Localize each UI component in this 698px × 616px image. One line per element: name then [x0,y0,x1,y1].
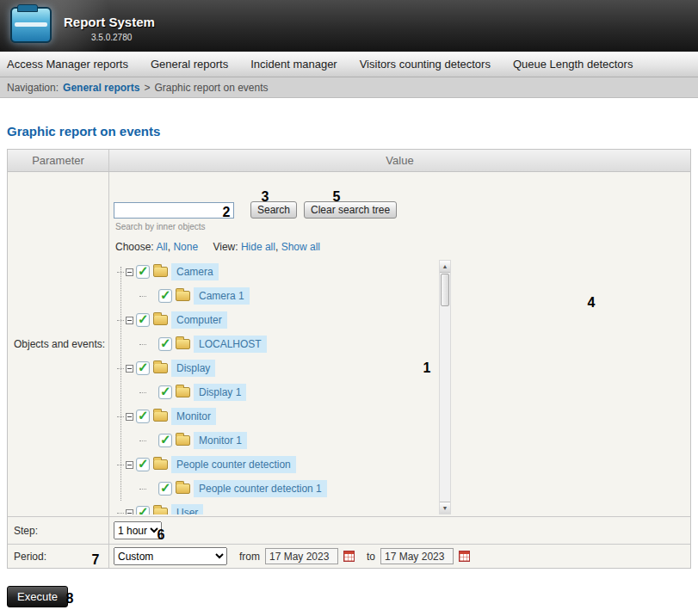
folder-icon [153,363,168,373]
step-value-cell: 1 hour [109,517,690,544]
checkbox-checked-icon[interactable] [158,434,172,447]
calendar-icon[interactable] [459,551,470,562]
app-title: Report System [64,15,155,29]
menu-item-queue-length-detectors[interactable]: Queue Length detectors [502,52,645,77]
parameter-column-header: Parameter [8,150,109,171]
tree-connector [117,368,124,369]
tree-node-label[interactable]: LOCALHOST [194,336,267,353]
tree-node-label[interactable]: Display [171,360,215,377]
to-date-input[interactable] [380,548,454,564]
step-select[interactable]: 1 hour [114,521,162,539]
tree-connector [139,489,146,490]
tree-connector [117,320,124,321]
breadcrumb: Navigation: General reports > Graphic re… [0,77,698,98]
checkbox-checked-icon[interactable] [136,313,150,327]
checkbox-checked-icon[interactable] [158,482,172,496]
choose-label: Choose: [115,241,154,253]
view-hide-all-link[interactable]: Hide all [241,241,275,253]
menu-item-access-manager-reports[interactable]: Access Manager reports [7,52,139,77]
tree-node-camera-1[interactable]: Camera 1 [114,284,451,308]
table-header-row: Parameter Value [8,150,690,172]
tree-node-label[interactable]: Monitor 1 [194,432,247,449]
tree-node-label[interactable]: Monitor [171,408,216,425]
expander-icon[interactable] [126,268,133,276]
checkbox-checked-icon[interactable] [136,458,150,471]
checkbox-checked-icon[interactable] [158,337,172,351]
search-input[interactable] [114,202,234,219]
objects-and-events-row: Objects and events: Search Clear search … [8,172,690,516]
breadcrumb-current: Graphic report on events [154,82,268,94]
tree-node-label[interactable]: Computer [171,311,227,329]
folder-icon [153,267,168,277]
checkbox-checked-icon[interactable] [136,265,150,279]
checkbox-checked-icon[interactable] [158,385,172,399]
menu-item-visitors-counting-detectors[interactable]: Visitors counting detectors [349,52,502,77]
choose-all-link[interactable]: All [156,241,167,253]
tree-connector [117,465,124,465]
view-label: View: [213,241,238,253]
tree-node-people-counter-detection[interactable]: People counter detection [114,453,451,477]
tree-node-label[interactable]: Display 1 [194,384,246,401]
folder-icon [153,459,168,470]
expander-icon[interactable] [126,413,133,421]
choose-none-link[interactable]: None [173,241,198,253]
checkbox-checked-icon[interactable] [136,361,150,375]
checkbox-checked-icon[interactable] [136,410,150,423]
period-value-cell: Custom from to [109,545,690,568]
folder-icon [176,387,190,397]
from-date-input[interactable] [265,548,338,564]
scroll-down-icon[interactable]: ▼ [440,502,450,514]
menu-item-incident-manager[interactable]: Incident manager [239,52,348,77]
top-menu-bar: Access Manager reports General reports I… [0,52,698,77]
objects-and-events-label: Objects and events: [8,172,109,516]
folder-icon [176,339,190,349]
tree-node-camera[interactable]: Camera [114,260,451,284]
tree-node-display[interactable]: Display [114,356,451,380]
clear-search-tree-button[interactable]: Clear search tree [304,201,397,219]
tree-scrollbar[interactable]: ▲ ▼ [439,260,451,514]
scrollbar-thumb[interactable] [441,274,449,306]
tree-connector [139,440,146,441]
calendar-icon[interactable] [343,551,355,562]
breadcrumb-separator: > [144,82,150,94]
tree-node-label[interactable]: People counter detection 1 [194,480,327,497]
tree-node-user[interactable]: User [114,501,451,514]
tree-node-people-counter-detection-1[interactable]: People counter detection 1 [114,477,451,501]
expander-icon[interactable] [126,317,133,324]
breadcrumb-link-general-reports[interactable]: General reports [63,82,139,94]
tree-node-monitor[interactable]: Monitor [114,404,451,428]
tree-connector [117,416,124,417]
expander-icon[interactable] [126,365,133,373]
step-row: Step: 1 hour [8,516,690,544]
tree-node-computer[interactable]: Computer [114,308,451,332]
search-hint: Search by inner objects [115,222,690,231]
checkbox-checked-icon[interactable] [136,506,150,514]
tree-node-display-1[interactable]: Display 1 [114,380,451,404]
checkbox-checked-icon[interactable] [158,289,172,303]
menu-item-general-reports[interactable]: General reports [139,52,239,77]
choose-view-bar: Choose: All, None View: Hide all, Show a… [115,241,690,253]
scroll-up-icon[interactable]: ▲ [440,261,450,273]
tree-node-label[interactable]: People counter detection [171,456,296,473]
tree-node-label[interactable]: Camera 1 [194,287,250,305]
value-column-header: Value [109,150,690,171]
tree-node-label[interactable]: Camera [171,263,219,280]
expander-icon[interactable] [126,461,133,469]
page-title: Graphic report on events [7,124,698,139]
step-label: Step: [8,517,109,544]
view-show-all-link[interactable]: Show all [281,241,320,253]
execute-button[interactable]: Execute [7,586,68,607]
period-type-select[interactable]: Custom [114,547,227,565]
parameter-table: Parameter Value Objects and events: Sear… [7,149,691,569]
expander-icon[interactable] [126,509,133,515]
folder-icon [153,508,168,514]
breadcrumb-prefix: Navigation: [7,82,59,94]
comma-separator: , [275,241,278,253]
from-label: from [239,551,260,563]
tree-node-localhost[interactable]: LOCALHOST [114,332,451,356]
search-button[interactable]: Search [250,201,297,219]
to-label: to [367,551,375,563]
tree-node-monitor-1[interactable]: Monitor 1 [114,428,451,453]
tree-node-label[interactable]: User [171,504,203,514]
objects-tree: Camera Camera 1 [114,260,451,514]
